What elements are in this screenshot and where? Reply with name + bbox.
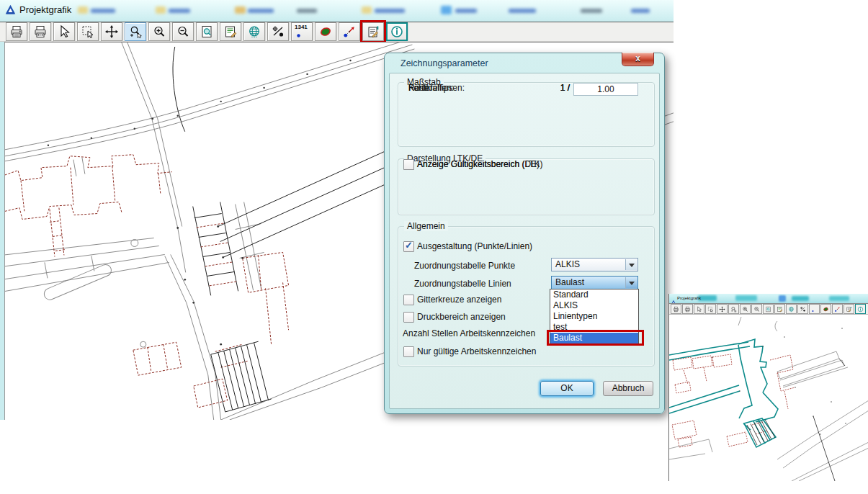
desktop-icon-blur: [169, 9, 190, 13]
toolbar-button-point-number[interactable]: [809, 304, 820, 314]
linien-combobox[interactable]: Baulast: [551, 276, 638, 289]
toolbar-button-vector[interactable]: [339, 22, 360, 41]
toolbar-button-vector[interactable]: [832, 304, 843, 314]
toolbar-button-point-line[interactable]: [267, 22, 289, 41]
chevron-down-icon[interactable]: [625, 277, 637, 288]
window-title: Projektgrafik: [19, 4, 71, 15]
desktop-icon-blur: [235, 6, 246, 14]
mini-titlebar[interactable]: Projektgrafik: [669, 294, 868, 303]
scale-value-input[interactable]: 1.00: [573, 83, 638, 96]
toolbar-button-cursor[interactable]: [53, 22, 75, 41]
toolbar-button-print-settings[interactable]: [682, 304, 693, 314]
dialog-client-area: Maßstab Karte: 1 / 1000.00 Fehlerellipse…: [389, 73, 660, 409]
toolbar-button-cursor[interactable]: [694, 304, 704, 314]
linien-dropdown-list: Standard ALKIS Linientypen test Baulast: [550, 289, 639, 344]
cancel-button[interactable]: Abbruch: [603, 381, 653, 396]
punkte-combobox[interactable]: ALKIS: [551, 258, 638, 271]
toolbar-button-properties[interactable]: [362, 22, 384, 41]
linien-label: Zuordnungstabelle Linien: [414, 279, 511, 289]
main-titlebar[interactable]: Projektgrafik: [0, 0, 674, 22]
anzahl-stellen-label: Anzahl Stellen Arbeitskennzeichen: [403, 328, 535, 338]
toolbar-button-zoom-in[interactable]: [740, 304, 751, 314]
toolbar-button-info[interactable]: [855, 304, 866, 314]
scale-row-label: Restklaffen:: [408, 83, 454, 93]
ausgestaltung-checkbox[interactable]: [403, 241, 414, 252]
dropdown-item[interactable]: Standard: [550, 289, 638, 300]
mini-toolbar: [669, 303, 868, 315]
toolbar-button-zoom-window[interactable]: [728, 304, 739, 314]
toolbar-button-print[interactable]: [6, 22, 27, 41]
checkbox[interactable]: [403, 159, 414, 170]
gitterkreuze-label: Gitterkreuze anzeigen: [417, 295, 501, 305]
zeichnungsparameter-dialog: Zeichnungsparameter x Maßstab Karte: 1 /…: [384, 53, 665, 414]
toolbar-button-pan[interactable]: [101, 22, 122, 41]
dropdown-item[interactable]: Baulast: [550, 333, 638, 343]
chevron-down-icon[interactable]: [625, 259, 637, 270]
gitterkreuze-checkbox[interactable]: [403, 295, 414, 305]
desktop-icon-blur: [91, 9, 115, 13]
dialog-title: Zeichnungsparameter: [401, 58, 488, 68]
mini-window-title: Projektgrafik: [677, 296, 701, 300]
druckbereich-checkbox[interactable]: [403, 312, 414, 323]
toolbar-button-properties[interactable]: [844, 304, 854, 314]
nur-gueltige-label: Nur gültige Arbeitskennzeichen: [417, 346, 536, 356]
toolbar-button-ellipse[interactable]: [820, 304, 831, 314]
toolbar-button-zoom-window[interactable]: [125, 22, 146, 41]
toolbar-button-print-settings[interactable]: [30, 22, 51, 41]
toolbar-button-globe[interactable]: [786, 304, 797, 314]
toolbar-button-edit-sheet[interactable]: [774, 304, 785, 314]
close-icon[interactable]: x: [622, 53, 654, 66]
toolbar-button-point-line[interactable]: [797, 304, 808, 314]
toolbar-button-globe[interactable]: [243, 22, 265, 41]
desktop-icon-blur: [735, 295, 757, 301]
linien-combobox-value: Baulast: [555, 277, 584, 287]
desktop-icon-blur: [455, 9, 477, 13]
desktop-icon-blur: [792, 296, 809, 301]
mini-cadastral-map: [669, 315, 868, 481]
desktop-icon-blur: [156, 6, 166, 14]
dropdown-item[interactable]: Linientypen: [550, 311, 638, 322]
toolbar-button-zoom-in[interactable]: [148, 22, 170, 41]
desktop-icon-blur: [375, 9, 405, 13]
desktop-icon-blur: [297, 9, 317, 13]
scale-row-prefix: 1 /: [550, 83, 570, 93]
toolbar-button-zoom-out[interactable]: [172, 22, 194, 41]
toolbar-button-ellipse[interactable]: [315, 22, 336, 41]
druckbereich-label: Druckbereich anzeigen: [417, 312, 506, 322]
desktop-icon-blur: [631, 9, 650, 13]
desktop-icon-blur: [248, 9, 274, 13]
ok-button[interactable]: OK: [540, 381, 594, 396]
punkte-combobox-value: ALKIS: [555, 259, 580, 269]
mini-projektgrafik-window: Projektgrafik: [668, 294, 868, 481]
ausgestaltung-label: Ausgestaltung (Punkte/Linien): [417, 241, 532, 251]
mini-drawing-canvas[interactable]: [669, 315, 868, 481]
toolbar-button-overview[interactable]: [196, 22, 218, 41]
desktop-icon-blur: [829, 296, 849, 301]
toolbar-button-edit-sheet[interactable]: [220, 22, 241, 41]
toolbar-button-info[interactable]: [386, 22, 408, 41]
nur-gueltige-checkbox[interactable]: [403, 346, 414, 357]
app-logo-icon: [671, 295, 676, 303]
toolbar-button-number-label: 1341: [295, 24, 308, 30]
toolbar-button-select-area[interactable]: [705, 304, 716, 314]
toolbar-button-overview[interactable]: [763, 304, 774, 314]
desktop-icon-blur: [779, 295, 786, 302]
desktop-icon-blur: [509, 9, 536, 13]
desktop-icon-blur: [441, 6, 452, 14]
group-darstellung: Darstellung LTK/DE Anzeige Gültigkeitsbe…: [398, 158, 655, 215]
toolbar-button-zoom-out[interactable]: [751, 304, 762, 314]
toolbar-button-select-area[interactable]: [77, 22, 99, 41]
desktop-icon-blur: [362, 6, 372, 14]
desktop-icon-blur: [581, 9, 602, 13]
main-toolbar: 1341: [0, 22, 674, 42]
toolbar-button-print[interactable]: [671, 304, 681, 314]
toolbar-button-pan[interactable]: [717, 304, 728, 314]
group-allgemein-caption: Allgemein: [404, 221, 448, 231]
toolbar-button-point-number[interactable]: 1341: [291, 22, 313, 41]
punkte-label: Zuordnungstabelle Punkte: [414, 261, 515, 271]
app-logo-icon: [4, 4, 17, 19]
group-massstab: Maßstab Karte: 1 / 1000.00 Fehlerellipse…: [398, 82, 655, 147]
desktop-icon-blur: [78, 6, 88, 14]
dropdown-item[interactable]: ALKIS: [550, 300, 638, 311]
checkbox-label: Anzeige Gültigkeitsbereich (DE): [417, 159, 540, 169]
